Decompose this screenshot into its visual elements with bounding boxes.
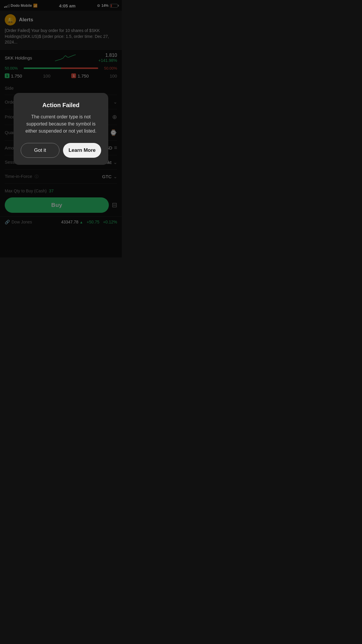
action-failed-modal: Action Failed The current order type is … xyxy=(14,93,108,165)
modal-buttons: Got it Learn More xyxy=(21,143,101,158)
modal-title: Action Failed xyxy=(21,102,101,109)
modal-overlay: Action Failed The current order type is … xyxy=(0,0,122,257)
modal-body: The current order type is not supported … xyxy=(21,113,101,135)
learn-more-button[interactable]: Learn More xyxy=(63,143,101,158)
got-it-button[interactable]: Got it xyxy=(21,143,59,158)
